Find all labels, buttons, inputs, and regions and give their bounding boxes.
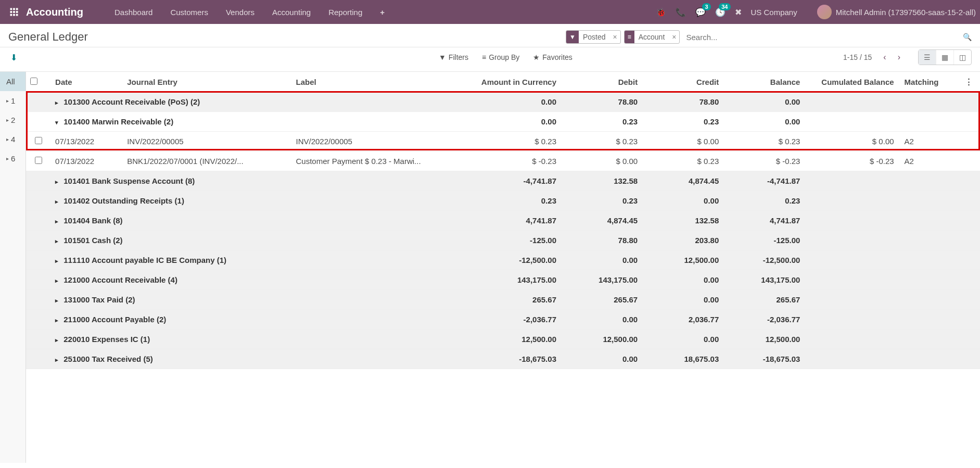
favorites-button[interactable]: ★Favorites bbox=[533, 53, 572, 61]
group-debit: 0.00 bbox=[561, 349, 642, 369]
group-row[interactable]: ▸ 101404 Bank (8) 4,741.87 4,874.45 132.… bbox=[26, 211, 980, 231]
apps-icon[interactable] bbox=[9, 7, 19, 17]
groupby-button[interactable]: ≡Group By bbox=[482, 53, 519, 61]
group-row[interactable]: ▸ 101402 Outstanding Receipts (1) 0.23 0… bbox=[26, 191, 980, 211]
col-debit[interactable]: Debit bbox=[561, 72, 642, 92]
col-balance[interactable]: Balance bbox=[723, 72, 804, 92]
group-amount: 0.23 bbox=[461, 191, 561, 211]
company-selector[interactable]: US Company bbox=[751, 8, 797, 17]
cell-balance: $ -0.23 bbox=[723, 151, 804, 171]
view-pivot-icon[interactable]: ▦ bbox=[936, 50, 954, 65]
cell-cumulated: $ 0.00 bbox=[804, 132, 898, 151]
group-name: 101400 Marwin Receivable (2) bbox=[63, 117, 173, 126]
col-options-icon[interactable]: ⋮ bbox=[961, 72, 980, 92]
facet-posted: ▼ Posted × bbox=[566, 30, 621, 44]
cell-amount: $ 0.23 bbox=[461, 132, 561, 151]
view-graph-icon[interactable]: ◫ bbox=[954, 50, 971, 65]
sidebar-1[interactable]: ▸1 bbox=[0, 91, 26, 110]
messages-icon[interactable]: 💬3 bbox=[695, 7, 706, 17]
group-row[interactable]: ▸ 121000 Account Receivable (4) 143,175.… bbox=[26, 270, 980, 290]
nav-menu: Dashboard Customers Vendors Accounting R… bbox=[106, 4, 393, 21]
nav-reporting[interactable]: Reporting bbox=[320, 4, 371, 21]
sidebar-all[interactable]: All bbox=[0, 72, 26, 91]
page-title: General Ledger bbox=[8, 30, 88, 44]
group-row[interactable]: ▸ 211000 Account Payable (2) -2,036.77 0… bbox=[26, 310, 980, 330]
row-checkbox[interactable] bbox=[35, 137, 42, 144]
caret-icon: ▸ bbox=[6, 156, 9, 161]
facet-remove[interactable]: × bbox=[669, 33, 679, 41]
bug-icon[interactable]: 🐞 bbox=[656, 7, 666, 17]
facet-remove[interactable]: × bbox=[609, 33, 620, 41]
funnel-icon: ▼ bbox=[439, 53, 446, 61]
group-row[interactable]: ▸ 101501 Cash (2) -125.00 78.80 203.80 -… bbox=[26, 231, 980, 250]
group-amount: 265.67 bbox=[461, 290, 561, 310]
table-row[interactable]: 07/13/2022 BNK1/2022/07/0001 (INV/2022/.… bbox=[26, 151, 980, 171]
group-credit: 132.58 bbox=[642, 211, 723, 231]
group-amount: 0.00 bbox=[461, 112, 561, 132]
nav-new-icon[interactable]: + bbox=[372, 4, 393, 21]
sidebar-2[interactable]: ▸2 bbox=[0, 110, 26, 130]
download-icon[interactable]: ⬇ bbox=[10, 53, 17, 62]
group-row[interactable]: ▸ 220010 Expenses IC (1) 12,500.00 12,50… bbox=[26, 330, 980, 349]
svg-rect-4 bbox=[13, 11, 15, 13]
group-amount: -2,036.77 bbox=[461, 310, 561, 330]
row-checkbox[interactable] bbox=[35, 157, 42, 164]
group-balance: -4,741.87 bbox=[723, 171, 804, 191]
pager[interactable]: 1-15 / 15 bbox=[843, 53, 872, 61]
cell-journal: BNK1/2022/07/0001 (INV/2022/... bbox=[123, 151, 291, 171]
group-row[interactable]: ▸ 111110 Account payable IC BE Company (… bbox=[26, 250, 980, 270]
col-credit[interactable]: Credit bbox=[642, 72, 723, 92]
col-date[interactable]: Date bbox=[51, 72, 123, 92]
sidebar-4[interactable]: ▸4 bbox=[0, 130, 26, 149]
group-debit: 4,874.45 bbox=[561, 211, 642, 231]
cell-credit: $ 0.00 bbox=[642, 132, 723, 151]
brand-title[interactable]: Accounting bbox=[26, 6, 83, 18]
group-row[interactable]: ▸ 131000 Tax Paid (2) 265.67 265.67 0.00… bbox=[26, 290, 980, 310]
table-row[interactable]: 07/13/2022 INV/2022/00005 INV/2022/00005… bbox=[26, 132, 980, 151]
pager-next[interactable]: › bbox=[894, 50, 905, 64]
svg-rect-8 bbox=[16, 14, 18, 16]
group-name: 101501 Cash (2) bbox=[63, 236, 122, 245]
cell-cumulated: $ -0.23 bbox=[804, 151, 898, 171]
pager-prev[interactable]: ‹ bbox=[879, 50, 890, 64]
caret-right-icon: ▸ bbox=[55, 198, 61, 205]
col-cumulated[interactable]: Cumulated Balance bbox=[804, 72, 898, 92]
group-row[interactable]: ▸ 101300 Account Receivable (PoS) (2) 0.… bbox=[26, 92, 980, 112]
col-matching[interactable]: Matching bbox=[898, 72, 961, 92]
svg-rect-6 bbox=[10, 14, 12, 16]
avatar bbox=[817, 5, 832, 19]
nav-dashboard[interactable]: Dashboard bbox=[106, 4, 161, 21]
search-bar[interactable]: ▼ Posted × ≡ Account × 🔍 bbox=[566, 30, 972, 44]
view-list-icon[interactable]: ☰ bbox=[919, 50, 936, 65]
select-all-checkbox[interactable] bbox=[30, 78, 37, 85]
nav-vendors[interactable]: Vendors bbox=[218, 4, 263, 21]
group-name: 121000 Account Receivable (4) bbox=[63, 275, 177, 284]
nav-accounting[interactable]: Accounting bbox=[264, 4, 319, 21]
group-row[interactable]: ▸ 251000 Tax Received (5) -18,675.03 0.0… bbox=[26, 349, 980, 369]
col-journal[interactable]: Journal Entry bbox=[123, 72, 291, 92]
caret-right-icon: ▸ bbox=[55, 317, 61, 324]
col-label[interactable]: Label bbox=[291, 72, 460, 92]
star-icon: ★ bbox=[533, 53, 540, 61]
search-icon[interactable]: 🔍 bbox=[963, 33, 972, 41]
group-row[interactable]: ▾ 101400 Marwin Receivable (2) 0.00 0.23… bbox=[26, 112, 980, 132]
group-row[interactable]: ▸ 101401 Bank Suspense Account (8) -4,74… bbox=[26, 171, 980, 191]
col-amount-currency[interactable]: Amount in Currency bbox=[461, 72, 561, 92]
caret-right-icon: ▸ bbox=[55, 179, 61, 185]
filters-button[interactable]: ▼Filters bbox=[439, 53, 468, 61]
caret-icon: ▸ bbox=[6, 117, 9, 123]
cell-balance: $ 0.23 bbox=[723, 132, 804, 151]
activities-icon[interactable]: 🕓34 bbox=[715, 7, 726, 17]
caret-right-icon: ▸ bbox=[55, 99, 61, 106]
svg-rect-3 bbox=[10, 11, 12, 13]
cell-matching: A2 bbox=[898, 151, 961, 171]
sidebar-6[interactable]: ▸6 bbox=[0, 149, 26, 168]
close-x-icon[interactable]: ✖ bbox=[735, 7, 742, 17]
phone-icon[interactable]: 📞 bbox=[676, 7, 686, 17]
caret-right-icon: ▸ bbox=[55, 277, 61, 284]
user-menu[interactable]: Mitchell Admin (17397560-saas-15-2-all) bbox=[817, 5, 976, 19]
svg-rect-1 bbox=[13, 8, 15, 10]
search-input[interactable] bbox=[683, 31, 963, 44]
nav-customers[interactable]: Customers bbox=[162, 4, 217, 21]
group-amount: -125.00 bbox=[461, 231, 561, 250]
